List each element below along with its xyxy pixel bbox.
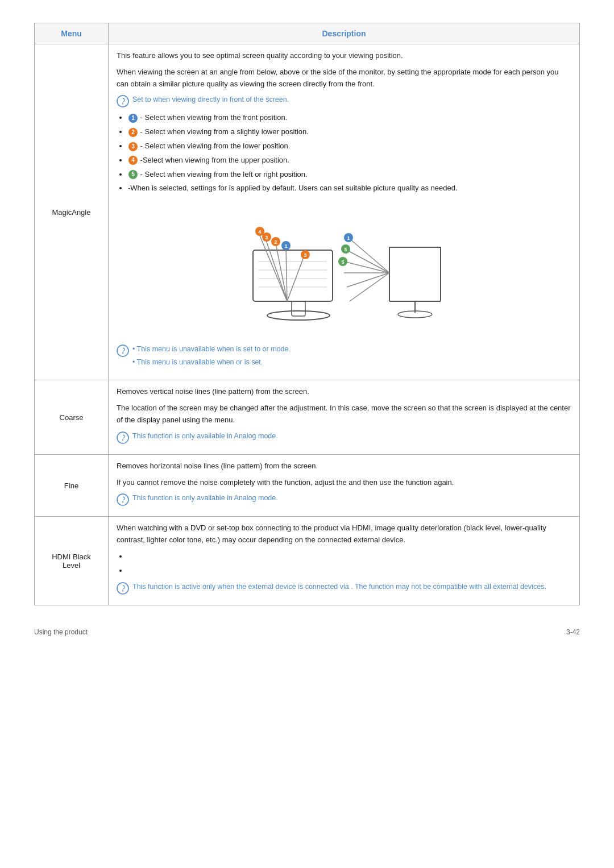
hdmi-bullet-1: [128, 565, 571, 577]
bullet-2: 3 - Select when viewing from the lower p…: [128, 140, 571, 152]
bullet-3: 4 -Select when viewing from the upper po…: [128, 155, 571, 167]
svg-text:1: 1: [347, 235, 350, 241]
menu-cell-3: HDMI Black Level: [35, 517, 109, 605]
svg-point-42: [117, 345, 128, 356]
menu-cell-1: Coarse: [35, 380, 109, 454]
svg-point-44: [117, 432, 128, 443]
magic-note-0: • This menu is unavailable when is set t…: [132, 344, 291, 355]
table-row-0: MagicAngleThis feature allows you to see…: [35, 44, 580, 380]
svg-line-31: [347, 250, 389, 273]
note-icon: [117, 95, 129, 107]
svg-text:5: 5: [341, 259, 344, 265]
table-row-2: FineRemoves horizontal noise lines (line…: [35, 454, 580, 517]
bullet-custom: -When is selected, settings for is appli…: [128, 182, 571, 194]
svg-rect-3: [292, 301, 305, 316]
magic-note-1: • This menu is unavailable when or is se…: [132, 357, 291, 368]
svg-text:1: 1: [284, 243, 287, 249]
footer-left: Using the product: [34, 628, 88, 636]
svg-text:4: 4: [258, 229, 261, 235]
hdmi-intro1: When watching with a DVD or set-top box …: [117, 522, 571, 546]
hdmi-bullets: [128, 551, 571, 577]
bullet-4: 5 - Select when viewing from the left or…: [128, 169, 571, 181]
magic-diagram: 4 3 2 1 3: [117, 205, 571, 334]
magic-note-bottom: • This menu is unavailable when is set t…: [117, 344, 571, 370]
desc-cell-3: When watching with a DVD or set-top box …: [109, 517, 580, 605]
magic-intro2: When viewing the screen at an angle from…: [117, 67, 571, 90]
desc-cell-0: This feature allows you to see optimal s…: [109, 44, 580, 380]
svg-text:2: 2: [274, 239, 277, 245]
bullet-0: 1 - Select when viewing from the front p…: [128, 112, 571, 124]
fine-intro1: Removes horizontal noise lines (line pat…: [117, 460, 571, 472]
coarse-note: This function is only available in Analo…: [117, 431, 571, 444]
col-desc-header: Description: [109, 23, 580, 44]
hdmi-note: This function is active only when the ex…: [117, 582, 571, 595]
coarse-note-text: This function is only available in Analo…: [132, 431, 278, 442]
col-menu-header: Menu: [35, 23, 109, 44]
table-row-1: CoarseRemoves vertical noise lines (line…: [35, 380, 580, 454]
menu-cell-2: Fine: [35, 454, 109, 517]
note-icon: [117, 431, 129, 444]
magic-bullets: 1 - Select when viewing from the front p…: [128, 112, 571, 194]
menu-cell-0: MagicAngle: [35, 44, 109, 380]
fine-note-text: This function is only available in Analo…: [132, 493, 278, 504]
magic-note-set-text: Set to when viewing directly in front of…: [132, 94, 289, 105]
fine-intro2: If you cannot remove the noise completel…: [117, 477, 571, 489]
main-table: Menu Description MagicAngleThis feature …: [34, 23, 580, 605]
svg-line-35: [350, 273, 389, 301]
page-content: Menu Description MagicAngleThis feature …: [34, 23, 580, 605]
badge-1: 1: [128, 114, 138, 123]
note-icon: [117, 344, 129, 357]
coarse-intro2: The location of the screen may be change…: [117, 402, 571, 426]
page-footer: Using the product 3-42: [34, 628, 580, 636]
magic-notes-list: • This menu is unavailable when is set t…: [132, 344, 291, 370]
svg-rect-4: [253, 250, 333, 301]
bullet-1: 2 - Select when viewing from a slightly …: [128, 126, 571, 138]
badge-4: 4: [128, 156, 138, 165]
svg-text:3: 3: [265, 235, 268, 240]
badge-2: 2: [128, 128, 138, 137]
svg-point-0: [117, 95, 128, 107]
svg-line-34: [347, 273, 389, 287]
note-icon: [117, 493, 129, 506]
coarse-intro1: Removes vertical noise lines (line patte…: [117, 386, 571, 398]
hdmi-note-text: This function is active only when the ex…: [132, 582, 546, 592]
svg-text:3: 3: [304, 252, 306, 258]
footer-right: 3-42: [566, 628, 580, 636]
magic-intro1: This feature allows you to see optimal s…: [117, 50, 571, 62]
svg-text:5: 5: [344, 247, 347, 252]
svg-point-46: [117, 494, 128, 505]
badge-3: 3: [128, 142, 138, 151]
svg-line-12: [286, 247, 287, 301]
svg-point-2: [267, 311, 330, 320]
badge-5: 5: [128, 170, 138, 179]
fine-note: This function is only available in Analo…: [117, 493, 571, 506]
magic-note-set: Set to when viewing directly in front of…: [117, 94, 571, 107]
note-icon: [117, 582, 129, 595]
hdmi-bullet-0: [128, 551, 571, 563]
desc-cell-1: Removes vertical noise lines (line patte…: [109, 380, 580, 454]
desc-cell-2: Removes horizontal noise lines (line pat…: [109, 454, 580, 517]
svg-point-48: [117, 583, 128, 594]
table-row-3: HDMI Black LevelWhen watching with a DVD…: [35, 517, 580, 605]
